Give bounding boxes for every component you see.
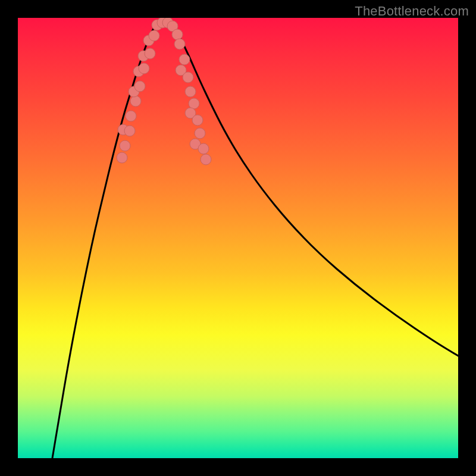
watermark-text: TheBottleneck.com <box>355 4 469 19</box>
data-dot <box>117 152 127 163</box>
data-dot <box>124 126 135 136</box>
curve-right-branch <box>174 26 458 356</box>
data-dot <box>139 63 149 74</box>
data-dot <box>195 128 205 139</box>
data-dot <box>120 140 130 151</box>
chart-frame: TheBottleneck.com <box>0 0 476 476</box>
data-dot <box>149 30 159 41</box>
data-dot <box>201 154 211 165</box>
data-dot <box>145 48 155 59</box>
data-dot <box>172 29 183 40</box>
curve-layer <box>52 22 458 459</box>
data-dot <box>134 81 145 92</box>
data-dot <box>198 143 209 154</box>
chart-svg <box>18 18 458 458</box>
data-dot <box>126 111 136 121</box>
plot-area <box>18 18 458 458</box>
data-dot <box>179 54 190 65</box>
data-dot <box>183 72 193 83</box>
data-dot <box>130 96 141 107</box>
data-dot <box>185 86 196 97</box>
dot-layer <box>117 18 211 165</box>
data-dot <box>174 39 185 49</box>
data-dot <box>189 98 199 109</box>
data-dot <box>192 115 203 126</box>
